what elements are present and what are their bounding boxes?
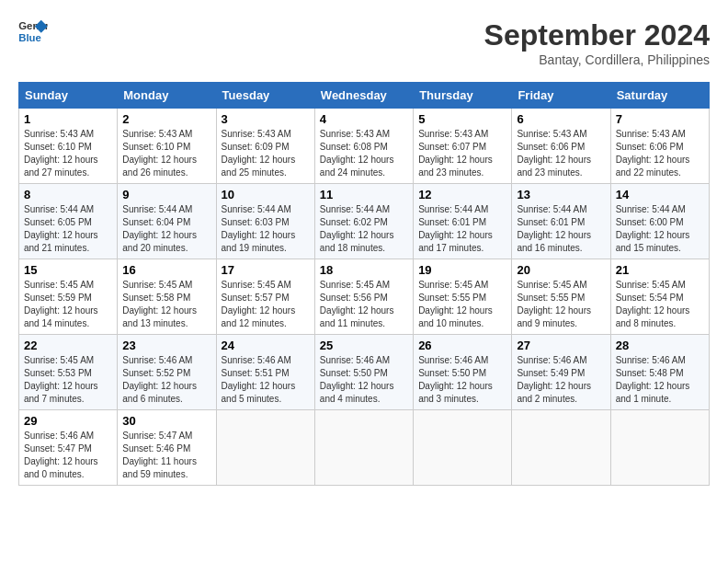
- day-number: 22: [24, 339, 112, 352]
- day-info: Sunrise: 5:43 AM Sunset: 6:10 PM Dayligh…: [24, 128, 112, 179]
- day-info: Sunrise: 5:45 AM Sunset: 5:58 PM Dayligh…: [122, 279, 210, 330]
- day-number: 8: [24, 188, 112, 201]
- day-number: 19: [418, 263, 506, 277]
- week-row-4: 22Sunrise: 5:45 AM Sunset: 5:53 PM Dayli…: [19, 335, 710, 410]
- day-number: 13: [517, 188, 605, 201]
- page-header: General Blue September 2024 Bantay, Cord…: [18, 18, 710, 67]
- calendar-body: 1Sunrise: 5:43 AM Sunset: 6:10 PM Daylig…: [19, 109, 710, 486]
- day-info: Sunrise: 5:43 AM Sunset: 6:09 PM Dayligh…: [222, 128, 310, 179]
- column-header-tuesday: Tuesday: [216, 83, 314, 109]
- day-number: 14: [616, 188, 704, 201]
- calendar-cell: 29Sunrise: 5:46 AM Sunset: 5:47 PM Dayli…: [19, 410, 118, 486]
- calendar-cell: 19Sunrise: 5:45 AM Sunset: 5:55 PM Dayli…: [414, 259, 512, 335]
- column-header-saturday: Saturday: [610, 83, 709, 109]
- calendar-cell: [610, 410, 709, 486]
- calendar-cell: 20Sunrise: 5:45 AM Sunset: 5:55 PM Dayli…: [512, 259, 610, 335]
- calendar-cell: 3Sunrise: 5:43 AM Sunset: 6:09 PM Daylig…: [216, 109, 314, 184]
- day-number: 29: [24, 414, 112, 428]
- calendar-table: SundayMondayTuesdayWednesdayThursdayFrid…: [18, 82, 710, 486]
- day-number: 5: [418, 112, 506, 126]
- day-info: Sunrise: 5:46 AM Sunset: 5:47 PM Dayligh…: [24, 430, 112, 481]
- day-info: Sunrise: 5:44 AM Sunset: 6:03 PM Dayligh…: [222, 203, 310, 255]
- calendar-cell: [216, 410, 314, 486]
- calendar-cell: 18Sunrise: 5:45 AM Sunset: 5:56 PM Dayli…: [314, 259, 413, 335]
- day-number: 6: [517, 112, 605, 126]
- day-number: 20: [517, 263, 605, 277]
- column-header-friday: Friday: [512, 83, 610, 109]
- calendar-cell: 1Sunrise: 5:43 AM Sunset: 6:10 PM Daylig…: [19, 109, 118, 184]
- calendar-cell: 21Sunrise: 5:45 AM Sunset: 5:54 PM Dayli…: [610, 259, 709, 335]
- day-number: 21: [616, 263, 704, 277]
- calendar-cell: [512, 410, 610, 486]
- calendar-cell: 24Sunrise: 5:46 AM Sunset: 5:51 PM Dayli…: [216, 335, 314, 410]
- day-info: Sunrise: 5:44 AM Sunset: 6:00 PM Dayligh…: [616, 203, 704, 255]
- calendar-cell: 28Sunrise: 5:46 AM Sunset: 5:48 PM Dayli…: [610, 335, 709, 410]
- day-info: Sunrise: 5:43 AM Sunset: 6:06 PM Dayligh…: [517, 128, 605, 179]
- day-number: 24: [222, 339, 310, 352]
- calendar-cell: 30Sunrise: 5:47 AM Sunset: 5:46 PM Dayli…: [118, 410, 216, 486]
- day-info: Sunrise: 5:45 AM Sunset: 5:56 PM Dayligh…: [320, 279, 408, 330]
- calendar-cell: 13Sunrise: 5:44 AM Sunset: 6:01 PM Dayli…: [512, 184, 610, 259]
- day-info: Sunrise: 5:43 AM Sunset: 6:08 PM Dayligh…: [320, 128, 408, 179]
- calendar-cell: 7Sunrise: 5:43 AM Sunset: 6:06 PM Daylig…: [610, 109, 709, 184]
- day-number: 15: [24, 263, 112, 277]
- day-number: 10: [222, 188, 310, 201]
- day-info: Sunrise: 5:44 AM Sunset: 6:02 PM Dayligh…: [320, 203, 408, 255]
- column-header-thursday: Thursday: [414, 83, 512, 109]
- calendar-cell: 14Sunrise: 5:44 AM Sunset: 6:00 PM Dayli…: [610, 184, 709, 259]
- calendar-cell: 22Sunrise: 5:45 AM Sunset: 5:53 PM Dayli…: [19, 335, 118, 410]
- calendar-header: SundayMondayTuesdayWednesdayThursdayFrid…: [19, 83, 710, 109]
- header-row: SundayMondayTuesdayWednesdayThursdayFrid…: [19, 83, 710, 109]
- column-header-monday: Monday: [118, 83, 216, 109]
- column-header-wednesday: Wednesday: [314, 83, 413, 109]
- day-info: Sunrise: 5:43 AM Sunset: 6:10 PM Dayligh…: [122, 128, 210, 179]
- calendar-cell: [314, 410, 413, 486]
- week-row-1: 1Sunrise: 5:43 AM Sunset: 6:10 PM Daylig…: [19, 109, 710, 184]
- logo: General Blue: [18, 18, 48, 44]
- week-row-2: 8Sunrise: 5:44 AM Sunset: 6:05 PM Daylig…: [19, 184, 710, 259]
- svg-text:Blue: Blue: [18, 32, 41, 43]
- week-row-5: 29Sunrise: 5:46 AM Sunset: 5:47 PM Dayli…: [19, 410, 710, 486]
- calendar-cell: 17Sunrise: 5:45 AM Sunset: 5:57 PM Dayli…: [216, 259, 314, 335]
- day-info: Sunrise: 5:44 AM Sunset: 6:04 PM Dayligh…: [122, 203, 210, 255]
- day-info: Sunrise: 5:46 AM Sunset: 5:48 PM Dayligh…: [616, 354, 704, 406]
- calendar-cell: 6Sunrise: 5:43 AM Sunset: 6:06 PM Daylig…: [512, 109, 610, 184]
- day-info: Sunrise: 5:44 AM Sunset: 6:05 PM Dayligh…: [24, 203, 112, 255]
- calendar-cell: 11Sunrise: 5:44 AM Sunset: 6:02 PM Dayli…: [314, 184, 413, 259]
- day-info: Sunrise: 5:45 AM Sunset: 5:55 PM Dayligh…: [418, 279, 506, 330]
- day-number: 30: [122, 414, 210, 428]
- day-number: 27: [517, 339, 605, 352]
- day-info: Sunrise: 5:46 AM Sunset: 5:50 PM Dayligh…: [320, 354, 408, 406]
- day-number: 28: [616, 339, 704, 352]
- title-section: September 2024 Bantay, Cordillera, Phili…: [484, 18, 710, 67]
- calendar-cell: 23Sunrise: 5:46 AM Sunset: 5:52 PM Dayli…: [118, 335, 216, 410]
- calendar-cell: 9Sunrise: 5:44 AM Sunset: 6:04 PM Daylig…: [118, 184, 216, 259]
- day-number: 3: [222, 112, 310, 126]
- day-info: Sunrise: 5:47 AM Sunset: 5:46 PM Dayligh…: [122, 430, 210, 481]
- day-number: 23: [122, 339, 210, 352]
- day-number: 11: [320, 188, 408, 201]
- day-number: 26: [418, 339, 506, 352]
- calendar-cell: 2Sunrise: 5:43 AM Sunset: 6:10 PM Daylig…: [118, 109, 216, 184]
- calendar-cell: 8Sunrise: 5:44 AM Sunset: 6:05 PM Daylig…: [19, 184, 118, 259]
- day-info: Sunrise: 5:45 AM Sunset: 5:59 PM Dayligh…: [24, 279, 112, 330]
- day-number: 2: [122, 112, 210, 126]
- day-info: Sunrise: 5:45 AM Sunset: 5:55 PM Dayligh…: [517, 279, 605, 330]
- day-number: 16: [122, 263, 210, 277]
- column-header-sunday: Sunday: [19, 83, 118, 109]
- week-row-3: 15Sunrise: 5:45 AM Sunset: 5:59 PM Dayli…: [19, 259, 710, 335]
- day-number: 25: [320, 339, 408, 352]
- calendar-cell: 10Sunrise: 5:44 AM Sunset: 6:03 PM Dayli…: [216, 184, 314, 259]
- day-info: Sunrise: 5:43 AM Sunset: 6:07 PM Dayligh…: [418, 128, 506, 179]
- day-number: 7: [616, 112, 704, 126]
- month-title: September 2024: [484, 18, 710, 52]
- calendar-cell: 26Sunrise: 5:46 AM Sunset: 5:50 PM Dayli…: [414, 335, 512, 410]
- calendar-cell: 4Sunrise: 5:43 AM Sunset: 6:08 PM Daylig…: [314, 109, 413, 184]
- day-info: Sunrise: 5:46 AM Sunset: 5:50 PM Dayligh…: [418, 354, 506, 406]
- logo-icon: General Blue: [18, 18, 48, 44]
- day-info: Sunrise: 5:44 AM Sunset: 6:01 PM Dayligh…: [517, 203, 605, 255]
- calendar-cell: 16Sunrise: 5:45 AM Sunset: 5:58 PM Dayli…: [118, 259, 216, 335]
- calendar-cell: 15Sunrise: 5:45 AM Sunset: 5:59 PM Dayli…: [19, 259, 118, 335]
- day-info: Sunrise: 5:45 AM Sunset: 5:57 PM Dayligh…: [222, 279, 310, 330]
- calendar-cell: 27Sunrise: 5:46 AM Sunset: 5:49 PM Dayli…: [512, 335, 610, 410]
